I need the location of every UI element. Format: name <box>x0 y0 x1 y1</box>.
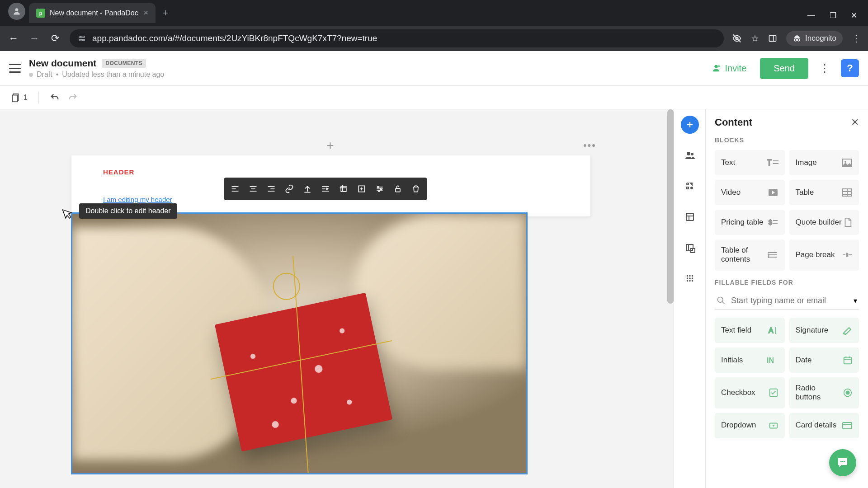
recipient-search[interactable]: ▾ <box>715 292 859 310</box>
replace-image-button[interactable] <box>299 180 316 197</box>
help-button[interactable]: ? <box>841 59 859 77</box>
bookmark-star-icon[interactable]: ☆ <box>751 33 759 44</box>
svg-point-98 <box>846 391 849 394</box>
blocks-section-label: BLOCKS <box>715 136 859 144</box>
variables-rail-button[interactable] <box>681 177 699 195</box>
block-label: Text <box>721 158 735 167</box>
panel-close-button[interactable]: ✕ <box>851 117 859 128</box>
maximize-button[interactable]: ❐ <box>830 11 836 20</box>
block-text-field[interactable]: Text fieldA <box>715 318 785 343</box>
pages-indicator[interactable]: 1 <box>11 93 28 103</box>
block-label: Checkbox <box>721 388 755 397</box>
forward-button[interactable]: → <box>28 33 41 44</box>
site-settings-icon[interactable] <box>78 34 86 42</box>
block-checkbox[interactable]: Checkbox <box>715 377 785 408</box>
scrollbar[interactable] <box>667 109 674 304</box>
block-date[interactable]: Date <box>789 347 859 373</box>
invite-button[interactable]: Invite <box>705 60 753 77</box>
redo-button[interactable] <box>68 93 78 103</box>
page-more-button[interactable]: ••• <box>583 140 596 151</box>
block-radio-buttons[interactable]: Radio buttons <box>789 377 859 408</box>
block-text[interactable]: TextT <box>715 150 785 175</box>
block-label: Text field <box>721 326 751 335</box>
svg-rect-92 <box>844 357 852 364</box>
reload-button[interactable]: ⟳ <box>49 33 61 44</box>
recipient-search-input[interactable] <box>731 296 848 305</box>
svg-point-3 <box>80 36 81 37</box>
block-video[interactable]: Video <box>715 180 785 205</box>
lock-button[interactable] <box>389 180 406 197</box>
add-button[interactable] <box>353 180 370 197</box>
block-table[interactable]: Table <box>789 180 859 205</box>
block-quote-builder[interactable]: Quote builder <box>789 210 859 235</box>
profile-avatar[interactable] <box>8 3 25 20</box>
svg-rect-50 <box>686 213 693 221</box>
back-button[interactable]: ← <box>7 33 20 44</box>
delete-button[interactable] <box>407 180 425 197</box>
quote-icon <box>843 217 853 227</box>
textfield-icon: A <box>768 326 778 335</box>
browser-tab[interactable]: p New document - PandaDoc × <box>29 3 156 23</box>
url-field[interactable]: app.pandadoc.com/a/#/documents/2UzYiBKr8… <box>70 29 724 47</box>
block-image[interactable]: Image <box>789 150 859 175</box>
crop-button[interactable] <box>335 180 352 197</box>
tab-close-icon[interactable]: × <box>143 8 148 18</box>
align-right-button[interactable] <box>263 180 280 197</box>
block-page-break[interactable]: Page break <box>789 239 859 271</box>
undo-button[interactable] <box>50 93 60 103</box>
workflow-rail-button[interactable] <box>681 239 699 257</box>
header-editable-text[interactable]: I am editing my header <box>103 196 172 203</box>
svg-rect-16 <box>13 95 18 102</box>
toc-icon <box>768 250 778 259</box>
align-center-button[interactable] <box>245 180 262 197</box>
align-left-button[interactable] <box>226 180 244 197</box>
chat-widget-button[interactable] <box>829 449 856 476</box>
svg-point-62 <box>686 280 688 282</box>
block-signature[interactable]: Signature <box>789 318 859 343</box>
document-title[interactable]: New document <box>29 58 96 69</box>
new-tab-button[interactable]: + <box>156 7 176 19</box>
block-initials[interactable]: InitialsIN <box>715 347 785 373</box>
wrap-button[interactable] <box>317 180 334 197</box>
svg-point-41 <box>378 190 380 192</box>
block-dropdown[interactable]: Dropdown <box>715 413 785 438</box>
block-drag-handle[interactable]: ⋮⋮ <box>0 213 1 222</box>
browser-menu-icon[interactable]: ⋮ <box>852 33 861 44</box>
document-toolbar: 1 <box>0 86 868 109</box>
content-rail-button[interactable] <box>681 116 699 134</box>
block-table-of-contents[interactable]: Table of contents <box>715 239 785 271</box>
svg-point-61 <box>691 277 693 279</box>
image-block[interactable] <box>71 212 528 474</box>
initials-icon: IN <box>767 356 778 365</box>
block-label: Pricing table <box>721 218 764 227</box>
svg-point-60 <box>689 277 691 279</box>
svg-point-39 <box>377 186 379 188</box>
close-window-button[interactable]: ✕ <box>851 11 857 20</box>
more-actions-button[interactable]: ⋮ <box>816 62 834 75</box>
settings-button[interactable] <box>371 180 388 197</box>
svg-rect-42 <box>396 188 400 192</box>
block-label: Table of contents <box>721 246 768 264</box>
block-card-details[interactable]: Card details <box>789 413 859 438</box>
link-button[interactable] <box>281 180 298 197</box>
apps-rail-button[interactable] <box>681 269 699 287</box>
menu-button[interactable] <box>9 64 21 73</box>
svg-rect-48 <box>687 187 689 189</box>
add-page-button[interactable]: + <box>326 138 334 153</box>
send-button[interactable]: Send <box>760 58 808 79</box>
signature-icon <box>842 326 853 335</box>
canvas[interactable]: + ••• HEADER I am editing my header ⋮⋮ D… <box>0 109 674 488</box>
block-label: Image <box>796 158 817 167</box>
recipients-rail-button[interactable] <box>681 146 699 164</box>
svg-rect-30 <box>341 186 346 192</box>
pricing-icon: $ <box>768 218 778 227</box>
design-rail-button[interactable] <box>681 208 699 226</box>
eye-off-icon[interactable] <box>732 33 742 43</box>
dropdown-caret-icon[interactable]: ▾ <box>854 296 857 305</box>
minimize-button[interactable]: ― <box>807 11 815 20</box>
block-label: Date <box>796 356 812 365</box>
block-pricing-table[interactable]: Pricing table$ <box>715 210 785 235</box>
side-panel-icon[interactable] <box>768 34 777 43</box>
incognito-badge[interactable]: Incognito <box>786 31 843 46</box>
svg-point-56 <box>686 275 688 277</box>
